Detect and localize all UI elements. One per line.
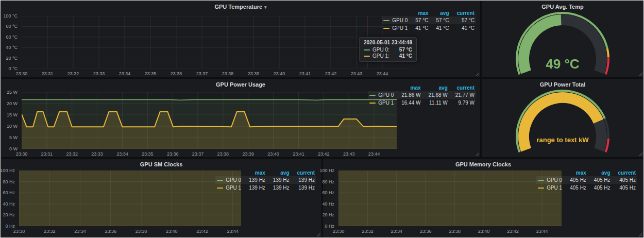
panel-title[interactable]: GPU Temperature▾	[1, 4, 480, 10]
axis-tick-label: 23:40	[166, 229, 178, 234]
legend-series-toggle[interactable]: GPU 0	[382, 16, 409, 24]
legend-header-max[interactable]: max	[564, 170, 588, 176]
legend-value: 139 Hz	[267, 176, 291, 184]
axis-tick-label: 23:40	[274, 71, 285, 76]
tooltip-series-name: GPU 1:	[372, 53, 389, 59]
axis-tick-label: 5 W	[9, 135, 18, 140]
series-line	[22, 99, 397, 100]
axis-tick-label: 15 W	[7, 112, 18, 117]
axis-tick-label: 23:38	[135, 229, 147, 234]
tooltip-row: GPU 0:57 °C	[364, 47, 412, 53]
tooltip-rows: GPU 0:57 °CGPU 1:41 °C	[364, 47, 412, 59]
panel-resize-handle[interactable]	[638, 232, 642, 236]
panel-title-text: GPU SM Clocks	[140, 161, 183, 167]
graph-plot-area[interactable]	[22, 16, 408, 69]
axis-tick-label: 20 °C	[6, 56, 18, 61]
axis-tick-label: 80 °C	[6, 24, 18, 29]
panel-title[interactable]: GPU Power Usage	[1, 81, 480, 88]
tooltip-series-value: 41 °C	[399, 53, 412, 59]
panel-gpu-temperature: GPU Temperature▾ 100 °C80 °C60 °C40 °C20…	[1, 1, 480, 77]
axis-tick-label: 23:36	[167, 151, 179, 157]
axis-tick-label: 40 Hz	[322, 201, 334, 207]
panel-resize-handle[interactable]	[638, 152, 642, 156]
axis-tick-label: 60 °C	[6, 35, 18, 40]
panel-title[interactable]: GPU Avg. Temp	[482, 4, 643, 10]
legend-series-toggle[interactable]: GPU 1	[382, 24, 409, 32]
axis-tick-label: 0 Hz	[5, 224, 15, 229]
gpu-temperature-canvas	[22, 16, 408, 69]
gpu-power-total-canvas	[482, 79, 643, 157]
panel-resize-handle[interactable]	[638, 72, 642, 76]
legend-series-toggle[interactable]: GPU 1	[215, 184, 243, 192]
axis-tick-label: 23:40	[267, 151, 279, 157]
legend-series-toggle[interactable]: GPU 1	[536, 184, 564, 192]
axis-tick-label: 23:37	[196, 71, 208, 76]
grafana-dashboard: GPU Temperature▾ 100 °C80 °C60 °C40 °C20…	[0, 0, 644, 238]
axis-tick-label: 23:44	[368, 151, 380, 157]
legend-header-current[interactable]: current	[291, 170, 316, 176]
axis-tick-label: 20 Hz	[322, 212, 334, 217]
axis-tick-label: 23:43	[343, 151, 355, 157]
legend-row: GPU 0139 Hz139 Hz139 Hz	[215, 176, 316, 184]
legend-header-current[interactable]: current	[451, 10, 476, 16]
panel-title[interactable]: GPU SM Clocks	[1, 161, 321, 167]
axis-tick-label: 23:31	[41, 151, 53, 157]
panel-resize-handle[interactable]	[475, 152, 479, 156]
legend-series-toggle[interactable]: GPU 0	[368, 91, 395, 99]
legend-value: 21.86 W	[395, 91, 422, 99]
panel-title[interactable]: GPU Memory Clocks	[323, 161, 643, 167]
axis-tick-label: 23:30	[333, 229, 345, 234]
series-color-dash	[217, 188, 223, 189]
axis-tick-label: 0 Hz	[325, 224, 334, 229]
axis-tick-label: 23:36	[420, 229, 432, 234]
graph-plot-area[interactable]	[19, 171, 241, 226]
legend-header-max[interactable]: max	[243, 170, 267, 176]
axis-tick-label: 23:38	[222, 71, 234, 76]
axis-tick-label: 23:34	[119, 71, 131, 76]
graph-legend: maxavgcurrentGPU 0139 Hz139 Hz139 HzGPU …	[215, 170, 316, 192]
panel-resize-handle[interactable]	[475, 72, 479, 76]
legend-value: 41 °C	[451, 24, 476, 32]
gpu-sm-clocks-canvas	[19, 171, 241, 226]
graph-legend: maxavgcurrentGPU 057 °C57 °C57 °CGPU 141…	[382, 10, 476, 32]
legend-value: 57 °C	[409, 16, 430, 24]
legend-value: 139 Hz	[291, 184, 316, 192]
axis-tick-label: 23:43	[351, 71, 363, 76]
legend-header-avg[interactable]: avg	[430, 10, 450, 16]
graph-plot-area[interactable]	[338, 171, 562, 226]
legend-value: 405 Hz	[588, 176, 612, 184]
axis-tick-label: 20 Hz	[3, 212, 15, 217]
legend-value: 11.11 W	[422, 99, 449, 107]
graph-plot-area[interactable]	[22, 92, 397, 149]
x-axis: 23:3023:3123:3223:3323:3423:3523:3623:37…	[22, 70, 408, 76]
legend-header-avg[interactable]: avg	[267, 170, 291, 176]
legend-value: 405 Hz	[564, 184, 588, 192]
legend-value: 9.79 W	[449, 99, 476, 107]
legend-value: 405 Hz	[564, 176, 588, 184]
axis-tick-label: 100 Hz	[319, 168, 334, 173]
panel-title-text: GPU Memory Clocks	[455, 161, 511, 167]
panel-gpu-power-usage: GPU Power Usage 25 W20 W15 W10 W5 W0 W 2…	[1, 79, 480, 157]
axis-tick-label: 23:42	[318, 151, 330, 157]
axis-tick-label: 23:38	[449, 229, 461, 234]
axis-tick-label: 23:32	[67, 71, 79, 76]
axis-tick-label: 60 Hz	[3, 190, 15, 195]
axis-tick-label: 23:32	[66, 151, 78, 157]
legend-header-max[interactable]: max	[409, 10, 430, 16]
axis-tick-label: 23:37	[192, 151, 204, 157]
chevron-down-icon[interactable]: ▾	[264, 5, 267, 10]
axis-tick-label: 23:40	[478, 229, 490, 234]
panel-title[interactable]: GPU Power Total	[482, 81, 643, 88]
legend-row: GPU 116.44 W11.11 W9.79 W	[368, 99, 476, 107]
axis-tick-label: 60 Hz	[322, 190, 334, 195]
legend-header-avg[interactable]: avg	[588, 170, 612, 176]
axis-tick-label: 23:35	[142, 151, 154, 157]
legend-series-toggle[interactable]: GPU 0	[536, 176, 564, 184]
axis-tick-label: 23:30	[13, 229, 25, 234]
panel-resize-handle[interactable]	[316, 232, 320, 236]
axis-tick-label: 23:30	[16, 151, 28, 157]
legend-series-toggle[interactable]: GPU 0	[215, 176, 243, 184]
legend-header-current[interactable]: current	[612, 170, 637, 176]
axis-tick-label: 23:41	[299, 71, 311, 76]
legend-series-toggle[interactable]: GPU 1	[368, 99, 395, 107]
